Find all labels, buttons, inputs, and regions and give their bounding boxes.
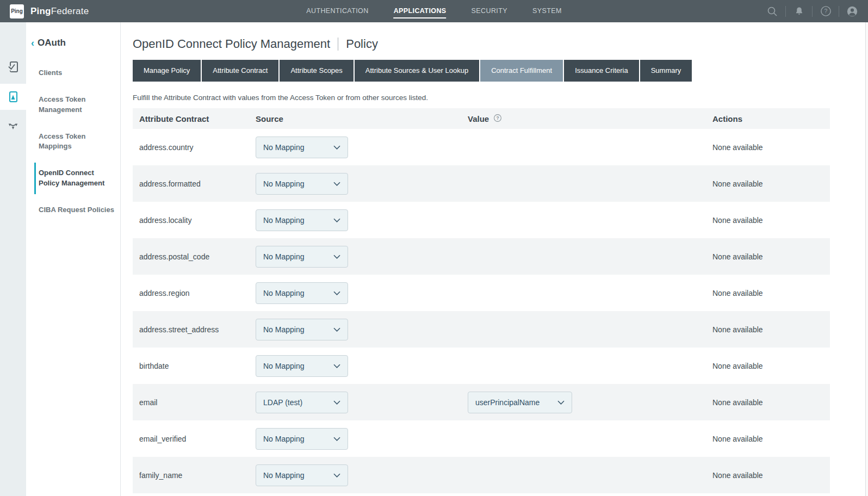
chevron-down-icon: [333, 145, 340, 150]
tab-attribute-contract[interactable]: Attribute Contract: [202, 60, 278, 82]
table-row: address.regionNo MappingNone available: [133, 275, 830, 311]
title-separator: [338, 38, 338, 51]
sidebar-item-openid-connect-policy-management[interactable]: OpenID Connect Policy Management: [34, 163, 120, 194]
source-selected-value: No Mapping: [263, 435, 305, 443]
source-select[interactable]: LDAP (test): [256, 392, 348, 413]
chevron-down-icon: [333, 218, 340, 222]
top-nav-authentication[interactable]: AUTHENTICATION: [306, 0, 368, 22]
connections-rail-icon[interactable]: [0, 114, 26, 140]
search-icon[interactable]: [766, 5, 778, 17]
chevron-down-icon: [557, 400, 565, 405]
sidebar-item-clients[interactable]: Clients: [34, 63, 120, 84]
top-nav-applications[interactable]: APPLICATIONS: [394, 0, 447, 22]
tab-manage-policy[interactable]: Manage Policy: [133, 60, 201, 82]
chevron-down-icon: [333, 364, 340, 368]
source-select[interactable]: No Mapping: [256, 319, 348, 340]
source-selected-value: No Mapping: [263, 179, 305, 188]
actions-cell: None available: [706, 471, 830, 480]
col-actions: Actions: [706, 114, 830, 123]
value-select[interactable]: userPrincipalName: [468, 392, 572, 413]
chevron-down-icon: [333, 327, 340, 332]
source-select[interactable]: No Mapping: [256, 173, 348, 195]
source-cell: No Mapping: [249, 173, 461, 195]
source-selected-value: No Mapping: [263, 216, 305, 225]
svg-text:?: ?: [824, 8, 827, 14]
col-source: Source: [249, 114, 461, 123]
source-select[interactable]: No Mapping: [256, 209, 348, 231]
attribute-cell: address.locality: [133, 216, 249, 225]
tab-attribute-sources-user-lookup[interactable]: Attribute Sources & User Lookup: [355, 60, 479, 82]
actions-text: None available: [712, 252, 763, 261]
sidebar-item-access-token-mappings[interactable]: Access Token Mappings: [34, 126, 120, 158]
attribute-name: birthdate: [139, 362, 169, 370]
tab-attribute-scopes[interactable]: Attribute Scopes: [280, 60, 353, 82]
actions-text: None available: [712, 398, 763, 407]
help-icon[interactable]: ?: [820, 5, 832, 17]
actions-text: None available: [712, 289, 763, 297]
source-selected-value: LDAP (test): [263, 398, 302, 407]
actions-text: None available: [712, 216, 763, 225]
source-select[interactable]: No Mapping: [256, 355, 348, 377]
actions-text: None available: [712, 179, 763, 188]
vertical-scrollbar[interactable]: [865, 22, 868, 496]
table-row: address.formattedNo MappingNone availabl…: [133, 165, 830, 202]
sidebar-back-oauth[interactable]: ‹ OAuth: [31, 38, 120, 48]
sidebar-items: ClientsAccess Token ManagementAccess Tok…: [26, 63, 120, 221]
attribute-cell: email: [133, 398, 249, 407]
chevron-down-icon: [333, 255, 340, 259]
attribute-name: family_name: [139, 471, 182, 480]
page-title: OpenID Connect Policy Management Policy: [133, 37, 868, 51]
tab-contract-fulfillment[interactable]: Contract Fulfillment: [480, 60, 563, 82]
source-selected-value: No Mapping: [263, 325, 305, 334]
chevron-down-icon: [333, 473, 340, 478]
source-selected-value: No Mapping: [263, 362, 305, 370]
source-select[interactable]: No Mapping: [256, 464, 348, 486]
tab-summary[interactable]: Summary: [640, 60, 692, 82]
attribute-cell: address.postal_code: [133, 252, 249, 261]
value-help-icon[interactable]: ?: [493, 114, 502, 124]
source-selected-value: No Mapping: [263, 252, 305, 261]
source-select[interactable]: No Mapping: [256, 282, 348, 304]
table-row: address.localityNo MappingNone available: [133, 202, 830, 238]
chevron-down-icon: [333, 400, 340, 405]
divider: [812, 6, 813, 17]
source-select[interactable]: No Mapping: [256, 137, 348, 158]
attribute-cell: address.country: [133, 143, 249, 152]
clients-rail-icon[interactable]: [0, 54, 26, 80]
tab-bar: Manage PolicyAttribute ContractAttribute…: [133, 60, 868, 82]
sidebar-item-access-token-management[interactable]: Access Token Management: [34, 89, 120, 121]
actions-cell: None available: [706, 143, 830, 152]
oauth-rail-icon[interactable]: [0, 84, 26, 110]
source-select[interactable]: No Mapping: [256, 428, 348, 450]
col-value-label: Value: [468, 114, 489, 123]
attribute-cell: address.formatted: [133, 179, 249, 188]
sidebar-item-ciba-request-policies[interactable]: CIBA Request Policies: [34, 200, 120, 221]
actions-cell: None available: [706, 216, 830, 225]
attribute-cell: email_verified: [133, 435, 249, 443]
source-cell: No Mapping: [249, 137, 461, 158]
attribute-name: address.postal_code: [139, 252, 209, 261]
page-description: Fulfill the Attribute Contract with valu…: [133, 94, 868, 102]
source-cell: No Mapping: [249, 464, 461, 486]
divider: [839, 6, 839, 17]
ping-logo-text: Ping: [11, 8, 23, 14]
tab-issuance-criteria[interactable]: Issuance Criteria: [564, 60, 639, 82]
actions-text: None available: [712, 143, 763, 152]
source-selected-value: No Mapping: [263, 289, 305, 297]
source-select[interactable]: No Mapping: [256, 246, 348, 268]
notifications-bell-icon[interactable]: [793, 5, 805, 17]
top-nav-system[interactable]: SYSTEM: [532, 0, 562, 22]
attribute-name: email_verified: [139, 435, 186, 443]
source-cell: No Mapping: [249, 355, 461, 377]
account-avatar-icon[interactable]: [846, 5, 858, 17]
source-selected-value: No Mapping: [263, 471, 305, 480]
attribute-name: address.region: [139, 289, 190, 297]
top-nav-security[interactable]: SECURITY: [472, 0, 507, 22]
svg-text:?: ?: [497, 115, 499, 121]
brand-light: Federate: [51, 6, 89, 16]
actions-cell: None available: [706, 362, 830, 370]
actions-text: None available: [712, 471, 763, 480]
source-cell: No Mapping: [249, 209, 461, 231]
sidebar: ‹ OAuth ClientsAccess Token ManagementAc…: [26, 22, 121, 496]
actions-cell: None available: [706, 252, 830, 261]
